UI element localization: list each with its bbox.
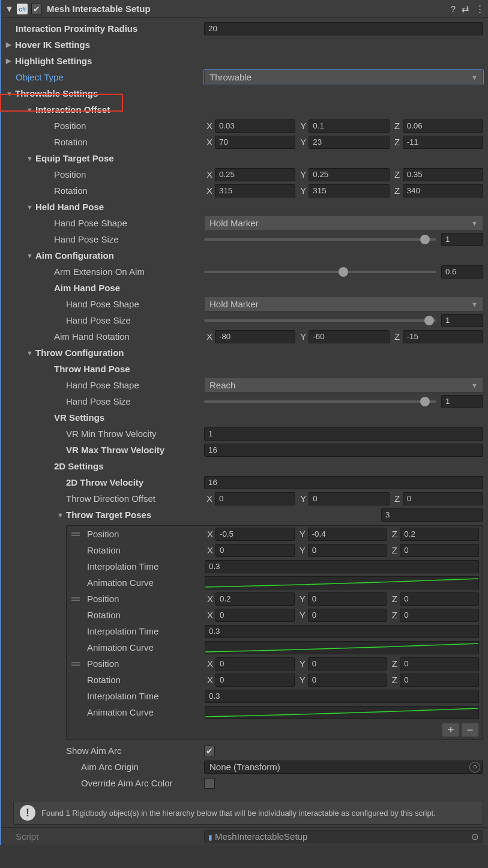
pose-rot-x[interactable] (215, 544, 295, 557)
object-picker-icon[interactable]: ⊙ (471, 831, 479, 842)
equip-pos-z[interactable] (403, 168, 483, 181)
equip-pos-x[interactable] (215, 168, 295, 181)
axis-y-label[interactable]: Y (298, 137, 309, 147)
axis-x-label[interactable]: X (205, 545, 215, 555)
pose-rot-z[interactable] (400, 674, 479, 687)
script-field[interactable]: ▮MeshInteractableSetup ⊙ (204, 830, 483, 843)
pose-rot-z[interactable] (400, 544, 479, 557)
array-remove-button[interactable]: − (461, 723, 479, 737)
dir-off-z[interactable] (403, 492, 483, 505)
aim-shape-select[interactable]: Hold Marker ▼ (204, 297, 483, 312)
held-hand-pose-foldout[interactable]: Held Hand Pose (6, 202, 204, 212)
2d-throw-vel-input[interactable] (204, 476, 483, 489)
axis-x-label[interactable]: X (204, 331, 215, 342)
preset-icon[interactable]: ⇄ (462, 4, 469, 14)
interaction-offset-rot-y[interactable] (309, 136, 389, 149)
dir-off-y[interactable] (309, 492, 389, 505)
pose-rot-z[interactable] (400, 609, 479, 622)
axis-z-label[interactable]: Z (389, 675, 400, 685)
interaction-offset-rot-z[interactable] (403, 136, 483, 149)
drag-handle-icon[interactable] (67, 597, 85, 601)
aim-size-value[interactable] (441, 314, 483, 327)
axis-z-label[interactable]: Z (392, 331, 403, 342)
axis-x-label[interactable]: X (204, 121, 215, 131)
axis-x-label[interactable]: X (205, 594, 215, 604)
pose-rot-x[interactable] (215, 609, 295, 622)
held-size-slider[interactable] (204, 238, 436, 241)
override-aim-arc-color-checkbox[interactable] (204, 778, 215, 789)
throwable-settings-foldout[interactable]: Throwable Settings (6, 88, 204, 98)
throw-size-slider[interactable] (204, 400, 436, 403)
equip-rot-z[interactable] (403, 184, 483, 197)
menu-icon[interactable]: ⋮ (475, 4, 484, 14)
axis-y-label[interactable]: Y (297, 545, 308, 555)
held-size-value[interactable] (441, 233, 483, 246)
pose-interp-input[interactable] (205, 560, 479, 573)
help-icon[interactable]: ? (451, 4, 456, 14)
equip-target-pose-foldout[interactable]: Equip Target Pose (6, 153, 204, 163)
object-type-select[interactable]: Throwable ▼ (204, 70, 483, 85)
pose-pos-z[interactable] (400, 528, 479, 541)
axis-z-label[interactable]: Z (392, 121, 403, 131)
axis-z-label[interactable]: Z (392, 137, 403, 147)
held-shape-select[interactable]: Hold Marker ▼ (204, 215, 483, 231)
aim-arc-origin-field[interactable]: None (Transform) ⊙ (204, 761, 483, 774)
aim-rot-z[interactable] (403, 330, 483, 343)
pose-pos-z[interactable] (400, 657, 479, 671)
axis-y-label[interactable]: Y (297, 610, 308, 620)
axis-y-label[interactable]: Y (298, 185, 309, 196)
axis-x-label[interactable]: X (205, 529, 215, 539)
array-add-button[interactable]: + (442, 723, 460, 737)
pose-rot-y[interactable] (308, 609, 387, 622)
axis-x-label[interactable]: X (204, 137, 215, 147)
throw-config-foldout[interactable]: Throw Configuration (6, 348, 204, 358)
axis-z-label[interactable]: Z (389, 545, 400, 555)
aim-rot-y[interactable] (309, 330, 389, 343)
interaction-offset-pos-x[interactable] (215, 119, 295, 133)
axis-z-label[interactable]: Z (389, 594, 400, 604)
axis-z-label[interactable]: Z (389, 659, 400, 669)
axis-z-label[interactable]: Z (392, 493, 403, 504)
aim-size-slider[interactable] (204, 319, 436, 322)
pose-pos-y[interactable] (308, 592, 387, 606)
animation-curve-field[interactable] (205, 706, 479, 719)
axis-z-label[interactable]: Z (389, 610, 400, 620)
axis-y-label[interactable]: Y (298, 493, 309, 504)
show-aim-arc-checkbox[interactable]: ✔ (204, 746, 215, 756)
axis-x-label[interactable]: X (205, 659, 215, 669)
pose-pos-x[interactable] (215, 592, 295, 606)
pose-rot-y[interactable] (308, 544, 387, 557)
slider-knob-icon[interactable] (424, 316, 434, 325)
throw-shape-select[interactable]: Reach ▼ (204, 378, 483, 393)
axis-y-label[interactable]: Y (297, 675, 308, 685)
pose-interp-input[interactable] (205, 625, 479, 638)
interaction-offset-pos-y[interactable] (309, 119, 389, 133)
dir-off-x[interactable] (215, 492, 295, 505)
axis-x-label[interactable]: X (204, 493, 215, 504)
object-picker-icon[interactable]: ⊙ (469, 762, 480, 773)
throw-target-poses-foldout[interactable]: Throw Target Poses (6, 510, 151, 520)
slider-knob-icon[interactable] (420, 397, 430, 406)
axis-y-label[interactable]: Y (298, 169, 309, 179)
pose-pos-y[interactable] (308, 657, 387, 671)
arm-ext-slider[interactable] (204, 271, 436, 273)
equip-pos-y[interactable] (309, 168, 389, 181)
pose-rot-x[interactable] (215, 674, 295, 687)
drag-handle-icon[interactable] (67, 532, 85, 536)
pose-rot-y[interactable] (308, 674, 387, 687)
throw-target-poses-count[interactable] (381, 508, 483, 522)
pose-interp-input[interactable] (205, 690, 479, 703)
interaction-proximity-radius-input[interactable] (204, 22, 483, 35)
equip-rot-x[interactable] (215, 184, 295, 197)
vr-min-input[interactable] (204, 427, 483, 441)
drag-handle-icon[interactable] (67, 662, 85, 666)
axis-y-label[interactable]: Y (298, 331, 309, 342)
aim-rot-x[interactable] (215, 330, 295, 343)
axis-y-label[interactable]: Y (297, 594, 308, 604)
axis-y-label[interactable]: Y (297, 659, 308, 669)
hover-ik-settings-foldout[interactable]: Hover IK Settings (6, 40, 204, 50)
axis-y-label[interactable]: Y (297, 529, 308, 539)
axis-z-label[interactable]: Z (392, 185, 403, 196)
aim-config-foldout[interactable]: Aim Configuration (6, 250, 204, 261)
highlight-settings-foldout[interactable]: Highlight Settings (6, 56, 204, 66)
